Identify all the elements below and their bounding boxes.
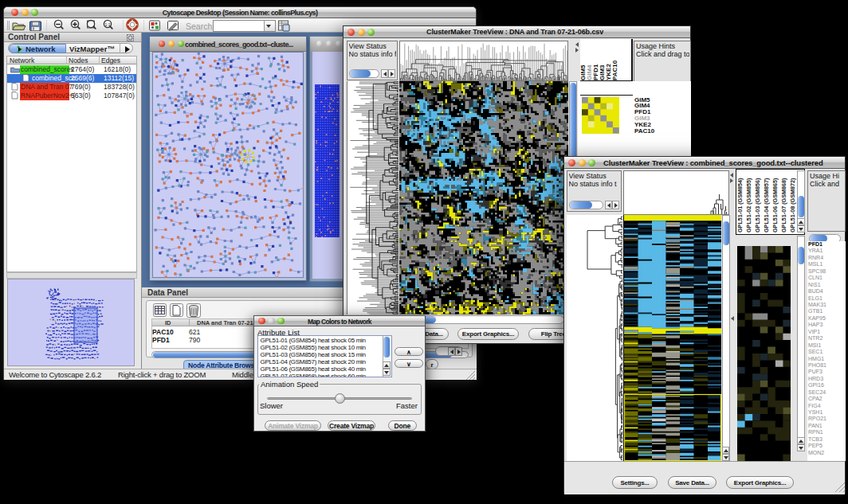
svg-text:GPL51-08 (GSM872): GPL51-08 (GSM872) <box>789 178 796 232</box>
svg-text:GPL51-03 (GSM856): GPL51-03 (GSM856) <box>754 178 761 232</box>
svg-text:GPL51-04 (GSM857): GPL51-04 (GSM857) <box>763 178 770 232</box>
svg-text:1:1: 1:1 <box>105 22 111 27</box>
svg-text:GPL51-06 (GSM865): GPL51-06 (GSM865) <box>771 178 779 232</box>
svg-text:GPL51-07 (GSM868): GPL51-07 (GSM868) <box>780 178 787 232</box>
svg-text:GPL51-02 (GSM855): GPL51-02 (GSM855) <box>745 178 752 232</box>
svg-text:PAC10: PAC10 <box>611 60 618 80</box>
svg-text:GPL51-01 (GSM854): GPL51-01 (GSM854) <box>736 178 744 232</box>
